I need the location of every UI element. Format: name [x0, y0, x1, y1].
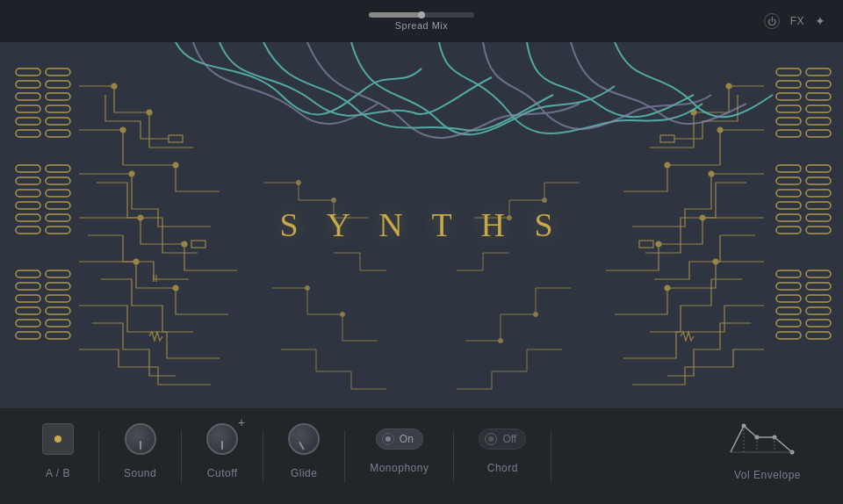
svg-point-100: [508, 216, 512, 220]
svg-point-88: [717, 127, 723, 133]
svg-point-75: [120, 127, 126, 133]
vol-envelope-label: Vol Envelope: [734, 469, 801, 481]
vol-envelope-control: Vol Envelope: [551, 408, 825, 504]
chord-toggle-dot: [485, 433, 497, 445]
chord-toggle[interactable]: Off: [479, 428, 526, 450]
svg-rect-96: [639, 241, 653, 248]
monophony-label: Monophony: [370, 462, 429, 474]
gear-button[interactable]: ✦: [815, 14, 825, 28]
glide-label: Glide: [291, 467, 318, 479]
cutoff-plus-icon: +: [238, 416, 245, 428]
spread-mix-slider[interactable]: [369, 12, 474, 18]
chord-toggle-text: Off: [502, 433, 516, 445]
bottom-controls: A / B Sound + Cutoff Glide On Monophony: [0, 407, 843, 504]
monophony-toggle-text: On: [400, 433, 414, 445]
monophony-toggle[interactable]: On: [376, 428, 423, 450]
svg-point-81: [173, 285, 178, 291]
chord-toggle-dot-inner: [488, 436, 494, 442]
cutoff-control: + Cutoff: [182, 408, 263, 504]
monophony-toggle-dot: [382, 433, 394, 445]
svg-rect-82: [169, 135, 183, 142]
fx-button[interactable]: FX: [790, 15, 804, 27]
ab-label: A / B: [46, 467, 70, 479]
svg-point-97: [297, 181, 301, 185]
svg-point-94: [665, 285, 670, 291]
svg-point-101: [306, 286, 310, 291]
svg-point-102: [341, 313, 345, 317]
monophony-control: On Monophony: [345, 408, 453, 504]
power-icon: ⏻: [767, 17, 776, 26]
cutoff-knob[interactable]: [206, 423, 238, 455]
svg-point-98: [332, 198, 336, 203]
sound-control: Sound: [99, 408, 181, 504]
circuit-svg: [0, 42, 843, 407]
ab-dot: [54, 436, 61, 443]
top-bar: Spread Mix ⏻ FX ✦: [0, 0, 843, 42]
cutoff-knob-container: +: [206, 423, 238, 455]
power-button[interactable]: ⏻: [764, 13, 780, 29]
ab-control: A / B: [18, 408, 98, 504]
svg-point-99: [543, 198, 547, 203]
svg-point-86: [726, 83, 731, 89]
svg-point-74: [147, 110, 152, 115]
spread-mix-label: Spread Mix: [395, 20, 449, 31]
chord-control: Off Chord: [454, 408, 551, 504]
svg-rect-0: [0, 42, 843, 407]
spread-mix-control[interactable]: Spread Mix: [369, 12, 474, 31]
svg-point-104: [499, 339, 503, 343]
svg-point-77: [129, 171, 134, 176]
svg-point-89: [665, 162, 670, 168]
svg-rect-83: [191, 241, 205, 248]
svg-point-76: [173, 162, 178, 168]
sound-label: Sound: [124, 467, 156, 479]
top-right-controls: ⏻ FX ✦: [764, 13, 825, 29]
glide-control: Glide: [263, 408, 344, 504]
glide-knob[interactable]: [288, 423, 320, 455]
svg-point-92: [656, 241, 661, 247]
sound-knob[interactable]: [125, 423, 156, 455]
svg-rect-95: [660, 135, 674, 142]
monophony-toggle-dot-inner: [385, 436, 391, 442]
svg-point-90: [709, 171, 714, 176]
svg-point-79: [182, 241, 187, 247]
cutoff-label: Cutoff: [207, 467, 238, 479]
vol-envelope-svg: [722, 421, 801, 457]
chord-label: Chord: [487, 462, 518, 474]
svg-point-73: [112, 83, 117, 89]
circuit-area: S Y N T H S: [0, 42, 843, 407]
vol-envelope-display[interactable]: [722, 421, 801, 457]
ab-button[interactable]: [42, 423, 74, 455]
svg-point-103: [534, 313, 538, 317]
